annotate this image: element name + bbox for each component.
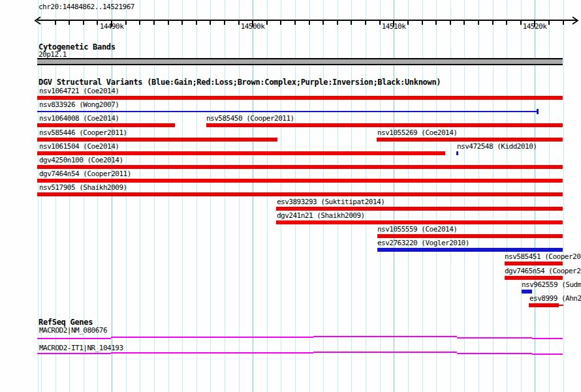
variant-bar[interactable] <box>37 192 563 196</box>
variant-bar[interactable] <box>276 220 563 224</box>
variant-label[interactable]: nsv833926 (Wong2007) <box>39 101 119 108</box>
ruler-minor-tick <box>168 21 169 25</box>
gene-line-segment[interactable] <box>37 353 111 354</box>
ruler-minor-tick <box>238 21 240 25</box>
gene-label[interactable]: MACROD2-IT1|NR_104193 <box>39 344 123 352</box>
variant-label[interactable]: nsv962559 (Sudmant2010) <box>522 281 581 288</box>
region-coordinates-label: chr20:14484862..14521967 <box>39 3 134 10</box>
gene-line-segment[interactable] <box>532 354 563 355</box>
variant-bar[interactable] <box>206 123 563 127</box>
gene-line-segment[interactable] <box>313 352 457 353</box>
ruler-minor-tick <box>450 21 451 25</box>
variant-bar[interactable] <box>505 262 563 265</box>
variant-label[interactable]: dgv7465n54 (Cooper2011) <box>505 267 581 275</box>
variant-label[interactable]: nsv1061504 (Coe2014) <box>39 143 119 150</box>
variant-label[interactable]: esv3893293 (Suktitipat2014) <box>277 198 385 205</box>
ruler-minor-tick <box>266 21 268 25</box>
variant-bar-thin[interactable] <box>559 305 563 306</box>
ruler-tick-label: 14490k <box>100 23 124 30</box>
gene-line-segment[interactable] <box>457 337 532 339</box>
variant-line[interactable] <box>37 111 539 112</box>
ruler-minor-tick <box>153 21 155 25</box>
ruler-minor-tick <box>492 21 494 25</box>
gene-line-segment[interactable] <box>313 336 457 337</box>
ruler-minor-tick <box>351 21 352 25</box>
variant-label[interactable]: nsv585451 (Cooper2011) <box>505 253 581 260</box>
ruler-minor-tick <box>55 21 56 25</box>
variant-label[interactable]: dgv4250n100 (Coe2014) <box>39 157 123 164</box>
variant-label[interactable]: dgv7464n54 (Cooper2011) <box>39 170 131 177</box>
ruler-minor-tick <box>422 21 423 25</box>
genome-browser-view: { "header": { "region": "chr20:14484862.… <box>0 0 581 392</box>
variant-label[interactable]: nsv585446 (Cooper2011) <box>39 129 127 136</box>
ruler-minor-tick <box>210 21 211 25</box>
gridline-minor <box>563 0 564 392</box>
variant-bar[interactable] <box>505 276 563 280</box>
refseq-genes-heading: RefSeq Genes <box>39 318 93 326</box>
gene-line-segment[interactable] <box>532 338 563 339</box>
variant-bar[interactable] <box>37 138 277 142</box>
variant-label[interactable]: dgv241n21 (Shaikh2009) <box>277 212 365 219</box>
ruler-minor-tick <box>548 21 550 25</box>
gene-line-segment[interactable] <box>111 352 313 354</box>
ruler-minor-tick <box>139 21 140 25</box>
ruler-left-arrow-icon <box>34 16 41 25</box>
gene-label[interactable]: MACROD2|NM_080676 <box>39 327 107 334</box>
ruler-minor-tick <box>520 21 522 25</box>
cytoband-name-label: 20p12.1 <box>39 51 67 58</box>
ruler-minor-tick <box>125 21 127 25</box>
ruler-tick-label: 14520k <box>523 23 547 30</box>
gene-line-segment[interactable] <box>111 337 313 338</box>
variant-bar[interactable] <box>377 248 563 252</box>
variant-label[interactable]: nsv1064721 (Coe2014) <box>39 87 119 95</box>
gene-line-segment[interactable] <box>457 353 532 354</box>
ruler-minor-tick <box>322 21 324 25</box>
variant-bar[interactable] <box>37 96 563 100</box>
ruler-minor-tick <box>309 21 310 25</box>
ruler-minor-tick <box>196 21 197 25</box>
variant-label[interactable]: nsv1055269 (Coe2014) <box>377 129 457 136</box>
variant-label[interactable]: esv2763220 (Vogler2010) <box>377 239 469 247</box>
variant-label[interactable]: nsv472548 (Kidd2010) <box>457 143 537 150</box>
ruler-minor-tick <box>379 21 381 25</box>
variant-line-end-tick[interactable] <box>537 109 539 114</box>
variant-bar[interactable] <box>37 165 563 169</box>
ruler-axis-line[interactable] <box>37 20 577 21</box>
variant-label[interactable]: nsv1064008 (Coe2014) <box>39 115 119 122</box>
dgv-track-heading: DGV Structural Variants (Blue:Gain;Red:L… <box>39 78 441 86</box>
ruler-minor-tick <box>224 21 225 25</box>
ruler-minor-tick <box>337 21 338 25</box>
ruler-minor-tick <box>407 21 409 25</box>
variant-label[interactable]: esv8999 (Ahn2009) <box>529 295 581 302</box>
ruler-minor-tick <box>563 21 564 25</box>
ruler-tick-label: 14500k <box>241 23 265 30</box>
variant-bar[interactable] <box>37 179 563 183</box>
variant-label[interactable]: nsv585450 (Cooper2011) <box>206 115 294 122</box>
ruler-minor-tick <box>478 21 479 25</box>
ruler-minor-tick <box>69 21 70 25</box>
ruler-minor-tick <box>463 21 465 25</box>
gene-line-segment[interactable] <box>37 338 111 339</box>
ruler-tick-label: 14510k <box>382 23 406 30</box>
cytoband-bar[interactable] <box>37 58 563 65</box>
ruler-minor-tick <box>506 21 507 25</box>
ruler-minor-tick <box>435 21 437 25</box>
ruler-minor-tick <box>97 21 98 25</box>
ruler-minor-tick <box>83 21 84 25</box>
variant-bar[interactable] <box>37 151 445 155</box>
variant-bar[interactable] <box>377 234 563 238</box>
variant-label[interactable]: nsv517905 (Shaikh2009) <box>39 184 127 191</box>
variant-label[interactable]: nsv1055559 (Coe2014) <box>377 226 457 233</box>
ruler-minor-tick <box>181 21 183 25</box>
variant-bar[interactable] <box>37 123 175 127</box>
variant-bar[interactable] <box>276 207 563 211</box>
variant-bar[interactable] <box>456 151 458 155</box>
ruler-right-arrow-icon <box>572 16 579 25</box>
ruler-minor-tick <box>280 21 281 25</box>
variant-bar[interactable] <box>377 138 563 142</box>
variant-bar[interactable] <box>522 290 532 294</box>
ruler-minor-tick <box>365 21 366 25</box>
variant-bar[interactable] <box>529 303 559 307</box>
ruler-minor-tick <box>294 21 296 25</box>
